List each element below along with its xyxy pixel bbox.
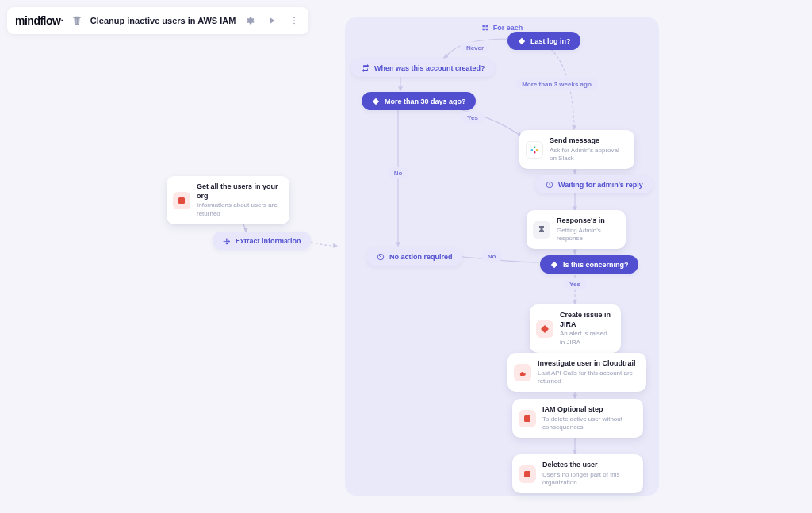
node-subtitle: Last API Calls for this account are retu… xyxy=(538,369,637,386)
svg-rect-7 xyxy=(534,151,536,154)
node-subtitle: Getting Admin's response xyxy=(557,227,616,243)
transform-icon xyxy=(361,63,370,72)
jira-icon xyxy=(536,320,553,338)
node-cloudtrail[interactable]: Investigate user in Cloudtrail Last API … xyxy=(508,353,646,392)
svg-rect-10 xyxy=(524,415,530,422)
node-subtitle: To delete active user without consequenc… xyxy=(542,415,634,432)
node-label: No action required xyxy=(389,253,453,261)
node-last-login[interactable]: Last log in? xyxy=(508,32,580,50)
node-send-message[interactable]: Send message Ask for Admin's approval on… xyxy=(519,130,634,169)
badge-more3w: More than 3 weeks ago xyxy=(515,78,598,90)
node-label: Waiting for admin's reply xyxy=(558,181,643,189)
node-title: Investigate user in Cloudtrail xyxy=(538,359,637,369)
condition-icon xyxy=(517,36,526,45)
canvas[interactable]: For each xyxy=(0,0,812,513)
clock-icon xyxy=(545,180,553,189)
cloudtrail-icon xyxy=(514,364,531,381)
node-iam-optional[interactable]: IAM Optional step To delete active user … xyxy=(512,399,643,438)
node-label: Last log in? xyxy=(530,37,571,45)
badge-yes1: Yes xyxy=(461,112,485,124)
badge-yes2: Yes xyxy=(563,278,587,290)
node-get-users[interactable]: Get all the users in your org Informatio… xyxy=(167,176,289,224)
node-account-created[interactable]: When was this account created? xyxy=(351,59,495,77)
node-more-30[interactable]: More than 30 days ago? xyxy=(362,92,476,110)
svg-rect-6 xyxy=(536,149,538,151)
iam-icon xyxy=(519,410,536,427)
node-label: Extract information xyxy=(236,237,301,245)
node-no-action[interactable]: No action required xyxy=(366,247,462,266)
badge-no2: No xyxy=(481,251,503,262)
badge-never: Never xyxy=(460,42,490,54)
node-concerning[interactable]: Is this concerning? xyxy=(540,255,638,274)
node-title: Create issue in JIRA xyxy=(560,311,611,329)
slack-icon xyxy=(526,141,543,159)
node-extract[interactable]: Extract information xyxy=(213,232,311,250)
branch-icon xyxy=(222,236,231,245)
node-subtitle: User's no longer part of this organizati… xyxy=(542,471,634,488)
node-label: More than 30 days ago? xyxy=(385,98,466,105)
node-title: Send message xyxy=(550,136,625,146)
svg-rect-3 xyxy=(178,197,185,204)
node-title: IAM Optional step xyxy=(542,405,634,415)
delete-icon xyxy=(519,465,536,483)
svg-rect-4 xyxy=(531,149,534,151)
aws-icon xyxy=(173,192,190,209)
stop-icon xyxy=(376,252,385,261)
node-subtitle: An alert is raised in JIRA xyxy=(560,330,611,346)
hourglass-icon xyxy=(533,221,550,239)
node-title: Deletes the user xyxy=(542,461,634,470)
svg-rect-5 xyxy=(534,146,536,148)
node-title: Get all the users in your org xyxy=(197,182,280,201)
svg-rect-11 xyxy=(524,471,530,477)
node-delete-user[interactable]: Deletes the user User's no longer part o… xyxy=(512,454,643,493)
panel-title: For each xyxy=(481,24,523,32)
node-subtitle: Ask for Admin's approval on Slack xyxy=(550,147,625,163)
node-title: Response's in xyxy=(557,216,616,226)
node-subtitle: Informations about users are returned xyxy=(197,201,280,218)
node-label: When was this account created? xyxy=(374,64,485,72)
node-jira[interactable]: Create issue in JIRA An alert is raised … xyxy=(530,304,621,353)
condition-icon xyxy=(371,97,380,105)
node-response-in[interactable]: Response's in Getting Admin's response xyxy=(527,210,626,249)
node-waiting[interactable]: Waiting for admin's reply xyxy=(535,175,653,193)
condition-icon xyxy=(550,260,558,269)
node-label: Is this concerning? xyxy=(563,261,629,269)
badge-no1: No xyxy=(388,167,409,179)
